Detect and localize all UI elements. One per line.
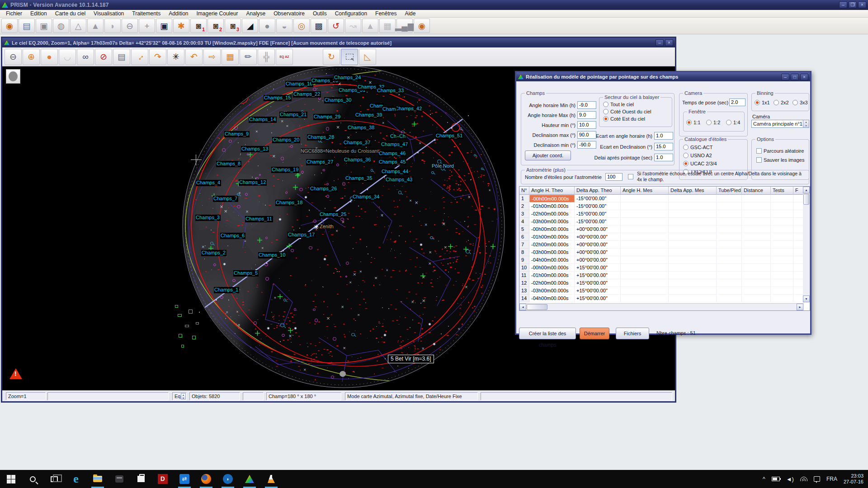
v-scroll-thumb[interactable]: [803, 194, 809, 205]
info-globe-icon[interactable]: ◍: [53, 19, 69, 33]
field-input[interactable]: 9.0: [577, 111, 596, 119]
drop-icon[interactable]: ●: [259, 19, 275, 33]
column-header-0[interactable]: N°: [519, 187, 529, 195]
prism-icon[interactable]: [239, 470, 260, 488]
dialog-titlebar[interactable]: Réalisation du modèle de pointage par po…: [516, 72, 810, 81]
field-label[interactable]: Champs_34: [352, 194, 380, 200]
field-label[interactable]: Champs_8: [216, 161, 241, 167]
horizon-icon[interactable]: ◡: [59, 49, 76, 65]
step-arrow-icon[interactable]: ⇨: [203, 49, 221, 65]
wifi-icon[interactable]: [800, 477, 807, 481]
field-input[interactable]: 15.0: [654, 143, 673, 150]
menu-item-fen-tres[interactable]: Fenêtres: [371, 10, 401, 18]
zoom-out-icon[interactable]: ⊖: [122, 19, 138, 33]
field-label[interactable]: Champs_25: [319, 211, 347, 218]
moon-icon[interactable]: ◗: [104, 19, 121, 33]
field-label[interactable]: Champs_10: [258, 252, 286, 258]
radio-usno-a2[interactable]: USNO A2: [683, 152, 712, 159]
selection-marquee-icon[interactable]: [341, 49, 358, 65]
radio-tout-le-ciel[interactable]: Tout le ciel: [603, 101, 634, 108]
menu-item-traitements[interactable]: Traitements: [128, 10, 165, 18]
field-label[interactable]: Champs_29: [313, 114, 341, 120]
field-label[interactable]: Ch: [390, 133, 397, 140]
table-row[interactable]: 5-00h00m00.000s+00°00'00.00": [519, 225, 804, 233]
fields-table-icon[interactable]: ▦: [222, 49, 239, 65]
firefox-icon[interactable]: [195, 470, 217, 488]
field-label[interactable]: Champs_20: [272, 137, 300, 143]
menu-item-visualisation[interactable]: Visualisation: [90, 10, 128, 18]
field-label[interactable]: Champs_9: [224, 131, 250, 137]
camera-select[interactable]: Caméra principale n°1 ▲▼: [751, 120, 809, 128]
field-label[interactable]: Champs_4: [196, 180, 221, 186]
contract-gray-icon[interactable]: ╬: [258, 49, 275, 65]
scroll-down-button[interactable]: ▼: [803, 296, 810, 302]
field-input[interactable]: 10.0: [577, 121, 596, 129]
column-header-5[interactable]: Tube/Pied: [717, 187, 742, 195]
h-scrollbar[interactable]: [519, 303, 804, 310]
dragon-app-icon[interactable]: Ꭰ: [152, 470, 174, 488]
table-row[interactable]: 2-01h00m00.000s-15°00'00.00": [519, 202, 804, 210]
file-explorer-icon[interactable]: [87, 470, 108, 488]
image-view-icon[interactable]: ▣: [156, 19, 172, 33]
table-row[interactable]: 14-04h00m00.000s+15°00'00.00": [519, 295, 804, 302]
field-label[interactable]: Champs_37: [343, 140, 371, 146]
field-label[interactable]: Champs_33: [377, 88, 405, 94]
thunderbird-icon[interactable]: ◗: [217, 470, 239, 488]
table-row[interactable]: 7-02h00m00.000s+00°00'00.00": [519, 241, 804, 249]
column-header-8[interactable]: F: [793, 187, 804, 195]
field-label[interactable]: Champs_22: [293, 91, 321, 98]
field-label[interactable]: Champs_16: [285, 81, 313, 87]
field-label[interactable]: Cham: [382, 106, 396, 113]
cd-copper-icon[interactable]: ◎: [293, 19, 310, 33]
radio-1x1[interactable]: 1x1: [755, 99, 770, 106]
ajouter-coord-button[interactable]: Ajouter coord.: [525, 150, 571, 160]
field-label[interactable]: Champs_47: [381, 141, 409, 148]
field-label[interactable]: Champs_13: [241, 146, 269, 152]
expand-icon[interactable]: ↔: [131, 49, 148, 65]
scope-config-icon[interactable]: ✏: [240, 49, 257, 65]
constellation-icon[interactable]: △: [70, 19, 86, 33]
start-button[interactable]: Démarrer: [580, 328, 609, 339]
field-label[interactable]: Champs_7: [213, 196, 238, 202]
tray-chevron-icon[interactable]: ^: [763, 476, 765, 482]
start-button[interactable]: [0, 470, 22, 488]
store-icon[interactable]: [130, 470, 152, 488]
table-row[interactable]: 4-03h00m00.000s-15°00'00.00": [519, 218, 804, 225]
checkbox-parcours-al-atoire[interactable]: Parcours aléatoire: [756, 148, 804, 154]
radio-cot-ouest-du-ciel[interactable]: Coté Ouest du ciel: [603, 108, 651, 115]
field-label[interactable]: Champs_3: [195, 215, 221, 221]
table-row[interactable]: 12-02h00m00.000s+15°00'00.00": [519, 279, 804, 287]
radio-ucac-2-3-4[interactable]: UCAC 2/3/4: [683, 160, 717, 167]
camera-1-icon[interactable]: ◙1: [190, 19, 207, 33]
main-minimize-button[interactable]: –: [839, 1, 847, 8]
field-label[interactable]: Ch: [399, 133, 406, 140]
shell-icon[interactable]: ✱: [173, 19, 189, 33]
save-icon[interactable]: ▤: [19, 19, 35, 33]
radio-2x2[interactable]: 2x2: [774, 99, 789, 106]
crosshair-icon[interactable]: +: [139, 19, 155, 33]
telescope-icon[interactable]: ◢: [242, 19, 258, 33]
main-close-button[interactable]: ×: [858, 1, 866, 8]
pointer-icon[interactable]: ▲: [87, 19, 104, 33]
field-label[interactable]: Champs_12: [239, 179, 267, 186]
sky-minimize-button[interactable]: –: [656, 39, 664, 46]
field-label[interactable]: Champs_24: [334, 75, 362, 81]
table-row[interactable]: 10-00h00m00.000s+15°00'00.00": [519, 264, 804, 272]
table-row[interactable]: 1-00h00m00.000s-15°00'00.00": [519, 195, 804, 202]
table-row[interactable]: 11-01h00m00.000s+15°00'00.00": [519, 272, 804, 279]
table-row[interactable]: 13-03h00m00.000s+15°00'00.00": [519, 287, 804, 295]
field-label[interactable]: Champs_28: [307, 134, 335, 141]
cd-arm-icon[interactable]: ◉: [414, 19, 430, 33]
scroll-up-button[interactable]: ▲: [803, 187, 810, 193]
radio-cot-est-du-ciel[interactable]: Coté Est du ciel: [603, 116, 645, 122]
menu-item-edition[interactable]: Edition: [26, 10, 51, 18]
print-icon[interactable]: ▤: [113, 49, 130, 65]
checkbox-sauver-les-images[interactable]: Sauver les images: [756, 157, 805, 163]
sky-window-titlebar[interactable]: Le ciel EQ.2000, Zoom=1, Alpha= 17h03m07…: [2, 38, 675, 47]
rotate-icon[interactable]: ↻: [323, 49, 340, 65]
field-label[interactable]: Champs_15: [264, 95, 292, 101]
speaker-icon[interactable]: ◄): [786, 476, 794, 483]
scroll-right-button[interactable]: ►: [797, 304, 803, 310]
gray-square-icon[interactable]: ▦: [379, 19, 396, 33]
scroll-left-button[interactable]: ◄: [519, 304, 526, 310]
